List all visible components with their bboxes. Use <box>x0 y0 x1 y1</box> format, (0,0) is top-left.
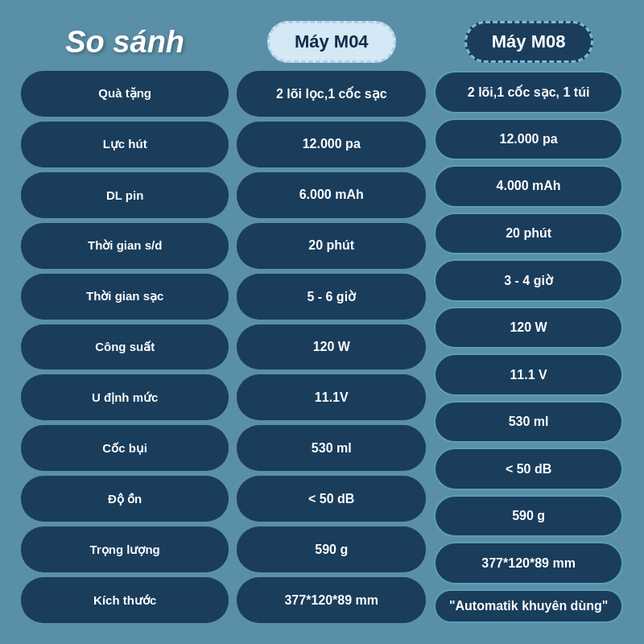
m08-cell-6: 11.1 V <box>434 353 623 396</box>
m08-cell-4: 3 - 4 giờ <box>434 259 623 302</box>
m08-cell-8: < 50 dB <box>434 448 623 490</box>
m08-cell-1: 12.000 pa <box>434 118 623 161</box>
m04-cell-5: 120 W <box>237 324 426 370</box>
label-cell-4: Thời gian sạc <box>21 274 229 320</box>
m04-cell-10: 377*120*89 mm <box>237 577 426 623</box>
main-title: So sánh <box>65 25 184 60</box>
m08-cell-3: 20 phút <box>434 213 623 255</box>
comparison-table: So sánh Máy M04 Máy M08 Quà tặngLực hútD… <box>8 8 636 636</box>
m08-cell-10: 377*120*89 mm <box>434 542 623 584</box>
m08-cell-9: 590 g <box>434 495 623 538</box>
m04-cell-0: 2 lõi lọc,1 cốc sạc <box>237 71 426 117</box>
m08-cell-7: 530 ml <box>434 401 623 444</box>
recommendation-badge: "Automatik khuyên dùng" <box>434 589 623 623</box>
label-cell-8: Độ ồn <box>21 476 229 522</box>
label-cell-5: Công suất <box>21 324 229 370</box>
m08-cell-0: 2 lõi,1 cốc sạc, 1 túi <box>434 71 623 114</box>
m04-cell-4: 5 - 6 giờ <box>237 274 426 320</box>
label-cell-7: Cốc bụi <box>21 425 229 471</box>
m04-cell-3: 20 phút <box>237 223 426 269</box>
m08-cell-5: 120 W <box>434 307 623 349</box>
m08-cell-2: 4.000 mAh <box>434 165 623 208</box>
label-cell-3: Thời gian s/d <box>21 223 229 269</box>
m08-header-col: Máy M08 <box>434 21 623 63</box>
m08-badge: Máy M08 <box>464 21 593 63</box>
m04-column: 2 lõi lọc,1 cốc sạc12.000 pa6.000 mAh20 … <box>237 71 426 623</box>
m04-badge: Máy M04 <box>267 21 396 63</box>
label-cell-1: Lực hút <box>21 122 229 167</box>
m04-cell-1: 12.000 pa <box>237 122 426 167</box>
labels-column: Quà tặngLực hútDL pinThời gian s/dThời g… <box>21 71 229 623</box>
label-cell-6: U định mức <box>21 374 229 420</box>
label-cell-10: Kích thước <box>21 577 229 623</box>
label-cell-9: Trọng lượng <box>21 526 229 572</box>
label-cell-2: DL pin <box>21 172 229 218</box>
m04-cell-7: 530 ml <box>237 425 426 471</box>
header-title: So sánh <box>21 25 229 60</box>
header-row: So sánh Máy M04 Máy M08 <box>21 21 623 63</box>
m04-cell-8: < 50 dB <box>237 476 426 522</box>
m04-cell-9: 590 g <box>237 526 426 572</box>
m08-column: 2 lõi,1 cốc sạc, 1 túi12.000 pa4.000 mAh… <box>434 71 623 623</box>
label-cell-0: Quà tặng <box>21 71 229 117</box>
m04-cell-6: 11.1V <box>237 374 426 420</box>
m04-cell-2: 6.000 mAh <box>237 172 426 218</box>
data-grid: Quà tặngLực hútDL pinThời gian s/dThời g… <box>21 71 623 623</box>
m04-header-col: Máy M04 <box>237 21 426 63</box>
